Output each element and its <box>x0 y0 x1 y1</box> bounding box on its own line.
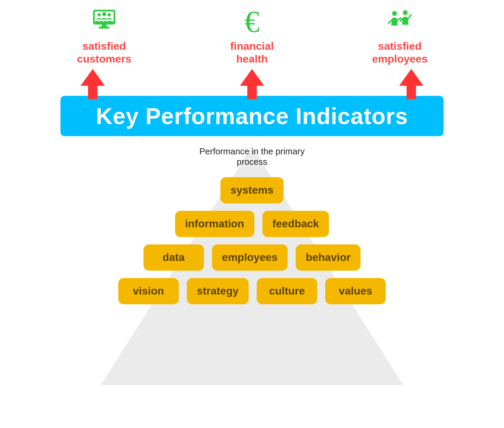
outcome-finance: € financial health <box>215 7 289 66</box>
arrowhead-center <box>240 69 264 86</box>
finance-icon: € <box>245 7 260 37</box>
pill-feedback-label: feedback <box>272 218 319 230</box>
pill-culture: culture <box>257 278 317 304</box>
pill-values: values <box>325 278 386 304</box>
pyramid-row-4: vision strategy culture values <box>118 278 386 304</box>
svg-rect-7 <box>100 21 103 22</box>
pill-feedback: feedback <box>262 211 329 237</box>
arrowhead-left <box>81 69 105 86</box>
svg-point-15 <box>403 10 408 15</box>
arrow-center <box>240 69 264 99</box>
employees-icon <box>386 7 413 37</box>
svg-rect-8 <box>104 21 107 22</box>
arrowbody-left <box>88 86 97 99</box>
arrow-right <box>399 69 423 99</box>
pill-data: data <box>143 244 204 271</box>
outcome-employees: satisfied employees <box>363 7 437 66</box>
svg-line-13 <box>388 20 391 24</box>
pill-systems-label: systems <box>230 184 274 196</box>
finance-label: financial health <box>230 40 274 66</box>
pill-systems: systems <box>220 177 284 203</box>
arrowbody-right <box>407 86 416 99</box>
pill-strategy-label: strategy <box>197 285 239 297</box>
arrowhead-right <box>399 69 423 86</box>
arrowbody-center <box>247 86 257 99</box>
kpi-banner: Key Performance Indicators <box>60 96 444 136</box>
outcome-customers: satisfied customers <box>67 7 141 66</box>
outcomes-row: satisfied customers € financial health <box>67 7 437 66</box>
pill-data-label: data <box>163 251 185 264</box>
svg-line-16 <box>408 15 411 19</box>
svg-rect-6 <box>96 21 99 22</box>
employees-label: satisfied employees <box>372 40 427 66</box>
pyramid-row-3: data employees behavior <box>143 244 361 271</box>
svg-point-3 <box>97 13 101 16</box>
pill-information: information <box>175 211 254 237</box>
svg-rect-9 <box>108 21 112 22</box>
arrow-left <box>81 69 105 99</box>
svg-rect-10 <box>102 24 107 27</box>
pill-vision-label: vision <box>133 285 164 297</box>
pill-values-label: values <box>339 285 372 297</box>
pill-strategy: strategy <box>187 278 249 304</box>
pill-employees: employees <box>212 244 288 271</box>
customers-icon <box>91 7 118 37</box>
arrows-row <box>67 69 437 99</box>
customers-label: satisfied customers <box>77 40 131 66</box>
svg-point-5 <box>108 13 111 16</box>
svg-point-4 <box>102 12 106 16</box>
pyramid-row-2: information feedback <box>175 211 329 237</box>
kpi-title: Key Performance Indicators <box>96 103 408 129</box>
pill-vision: vision <box>118 278 179 304</box>
pyramid-section: Performance in the primaryprocess system… <box>67 136 437 392</box>
pill-information-label: information <box>185 218 244 230</box>
pill-culture-label: culture <box>269 285 305 297</box>
pill-employees-label: employees <box>222 251 278 264</box>
svg-rect-11 <box>99 27 110 29</box>
svg-point-12 <box>392 11 397 16</box>
svg-line-18 <box>401 18 403 20</box>
pill-behavior: behavior <box>296 244 361 271</box>
pyramid-row-1: systems <box>220 177 284 203</box>
pill-behavior-label: behavior <box>306 251 350 264</box>
performance-label: Performance in the primaryprocess <box>199 146 305 167</box>
pyramid-content: Performance in the primaryprocess system… <box>67 136 437 312</box>
